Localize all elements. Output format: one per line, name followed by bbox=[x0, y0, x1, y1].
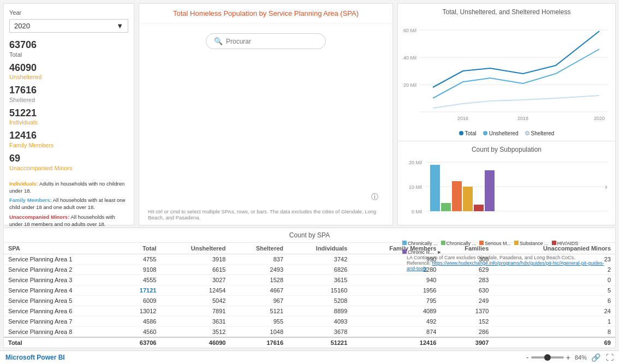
table-row[interactable]: Service Planning Area 560095042967520879… bbox=[4, 296, 615, 306]
left-stats-panel: Year 2020 ▼ 63706 Total 46090 Unsheltere… bbox=[3, 3, 134, 225]
table-cell: 1528 bbox=[230, 275, 288, 285]
total-cell: 17616 bbox=[230, 337, 288, 348]
legend-chronic: Chronic Ill... bbox=[402, 249, 434, 255]
line-chart-title: Total, Unsheltered, and Sheltered Homele… bbox=[402, 8, 611, 16]
year-value: 2020 bbox=[14, 22, 30, 30]
table-cell: Service Planning Area 4 bbox=[4, 285, 120, 296]
info-icon[interactable]: ⓘ bbox=[371, 192, 378, 202]
year-dropdown[interactable]: 2020 ▼ bbox=[9, 19, 128, 33]
unaccompanied-number: 69 bbox=[9, 153, 128, 165]
individuals-label: Individuals bbox=[9, 119, 128, 126]
line-chart-section: Total, Unsheltered, and Sheltered Homele… bbox=[398, 4, 615, 141]
def-family-label: Family Members: bbox=[9, 197, 52, 203]
unaccompanied-label: Unaccompanied Minors bbox=[9, 165, 128, 171]
legend-unsheltered: Unsheltered bbox=[483, 130, 519, 136]
legend-total: Total bbox=[459, 130, 477, 136]
total-stat: 63706 Total bbox=[9, 39, 128, 58]
table-row[interactable]: Service Planning Area 845603512104836788… bbox=[4, 327, 615, 338]
svg-text:0 Mil: 0 Mil bbox=[412, 209, 422, 214]
table-cell: 3918 bbox=[160, 254, 230, 265]
col-total: Total bbox=[120, 243, 160, 254]
table-cell: Service Planning Area 7 bbox=[4, 317, 120, 327]
zoom-thumb[interactable] bbox=[544, 354, 551, 361]
table-cell: 4667 bbox=[230, 285, 288, 296]
table-cell: Service Planning Area 3 bbox=[4, 275, 120, 285]
col-sheltered: Sheltered bbox=[230, 243, 288, 254]
year-label: Year bbox=[9, 9, 128, 16]
bar-chart-title: Count by Subpopulation bbox=[402, 146, 611, 153]
table-cell: Service Planning Area 5 bbox=[4, 296, 120, 306]
legend-chronically1: Chronically ... bbox=[402, 241, 438, 246]
svg-rect-21 bbox=[485, 170, 495, 211]
expand-icon[interactable]: ⛶ bbox=[606, 353, 614, 362]
title-colored: Homeless Population bbox=[190, 9, 257, 17]
table-cell: 1956 bbox=[352, 285, 441, 296]
zoom-value: 84% bbox=[575, 354, 587, 361]
bar-chart-legend: Chronically ... Chronically ... Serious … bbox=[402, 241, 611, 255]
chevron-down-icon: ▼ bbox=[116, 22, 123, 30]
table-cell: 3742 bbox=[288, 254, 352, 265]
table-cell: 837 bbox=[230, 254, 288, 265]
sheltered-number: 17616 bbox=[9, 85, 128, 97]
table-cell: 967 bbox=[230, 296, 288, 306]
table-cell: 15160 bbox=[288, 285, 352, 296]
table-cell: 6009 bbox=[120, 296, 160, 306]
legend-serious: Serious M... bbox=[479, 241, 511, 246]
table-cell: 3615 bbox=[288, 275, 352, 285]
svg-text:60 Mil: 60 Mil bbox=[403, 28, 416, 33]
table-cell: 8 bbox=[493, 327, 615, 338]
total-cell: 51221 bbox=[288, 337, 352, 348]
unsheltered-label: Unsheltered bbox=[9, 74, 128, 80]
total-cell: 3907 bbox=[441, 337, 493, 348]
unsheltered-stat: 46090 Unsheltered bbox=[9, 62, 128, 81]
table-row[interactable]: Service Planning Area 613012789151218899… bbox=[4, 306, 615, 317]
total-cell: 12416 bbox=[352, 337, 441, 348]
col-unsheltered: Unsheltered bbox=[160, 243, 230, 254]
search-bar[interactable]: 🔍 bbox=[206, 33, 326, 49]
family-number: 12416 bbox=[9, 130, 128, 142]
table-cell: Service Planning Area 6 bbox=[4, 306, 120, 317]
title-plain: Total bbox=[173, 9, 190, 17]
unaccompanied-stat: 69 Unaccompanied Minors bbox=[9, 153, 128, 171]
sheltered-stat: 17616 Sheltered bbox=[9, 85, 128, 103]
table-cell: 795 bbox=[352, 296, 441, 306]
reference-link[interactable]: https://www.hudexchange.info/programs/hd… bbox=[407, 260, 604, 271]
unsheltered-number: 46090 bbox=[9, 62, 128, 74]
table-row[interactable]: Service Planning Area 417121124544667151… bbox=[4, 285, 615, 296]
col-individuals: Individuals bbox=[288, 243, 352, 254]
table-row[interactable]: Service Planning Area 745863631955409349… bbox=[4, 317, 615, 327]
table-cell: 3631 bbox=[160, 317, 230, 327]
center-panel: Total Homeless Population by Service Pla… bbox=[139, 3, 393, 225]
footer-icons: 🔗 ⛶ bbox=[591, 353, 614, 362]
table-cell: 4089 bbox=[352, 306, 441, 317]
svg-text:›: › bbox=[605, 182, 608, 191]
bar-chart: 20 Mil 10 Mil 0 Mil bbox=[402, 157, 611, 238]
svg-text:2018: 2018 bbox=[517, 116, 528, 121]
table-cell: 286 bbox=[441, 327, 493, 338]
svg-text:20 Mil: 20 Mil bbox=[409, 160, 422, 165]
table-cell: 955 bbox=[230, 317, 288, 327]
table-cell: Service Planning Area 1 bbox=[4, 254, 120, 265]
share-icon[interactable]: 🔗 bbox=[591, 353, 600, 362]
svg-rect-17 bbox=[441, 203, 451, 211]
table-cell: 12454 bbox=[160, 285, 230, 296]
legend-sheltered: Sheltered bbox=[525, 130, 555, 136]
table-cell: 5042 bbox=[160, 296, 230, 306]
def-individuals-label: Individuals: bbox=[9, 181, 38, 187]
zoom-plus-button[interactable]: + bbox=[566, 353, 570, 362]
table-cell: 152 bbox=[441, 317, 493, 327]
total-cell: 46090 bbox=[160, 337, 230, 348]
svg-rect-18 bbox=[452, 181, 462, 211]
line-chart-legend: Total Unsheltered Sheltered bbox=[402, 130, 611, 136]
table-cell: 5 bbox=[493, 285, 615, 296]
svg-text:2016: 2016 bbox=[457, 116, 468, 121]
zoom-slider[interactable] bbox=[531, 356, 564, 359]
zoom-minus-button[interactable]: - bbox=[526, 353, 529, 362]
svg-rect-20 bbox=[474, 205, 484, 211]
table-cell: 630 bbox=[441, 285, 493, 296]
brand-link[interactable]: Microsoft Power BI bbox=[5, 354, 65, 361]
table-cell: 4560 bbox=[120, 327, 160, 338]
footer-controls: - + 84% 🔗 ⛶ bbox=[526, 353, 614, 362]
search-input[interactable] bbox=[226, 38, 318, 45]
more-legend-icon[interactable]: ► bbox=[437, 249, 442, 255]
